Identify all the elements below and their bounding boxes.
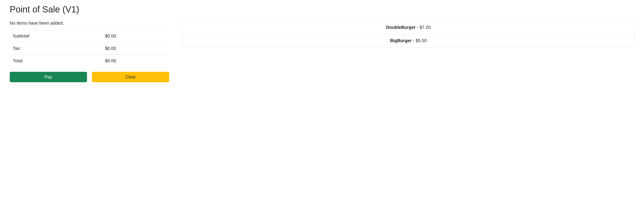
product-sep: - bbox=[412, 38, 416, 43]
clear-button[interactable]: Clear bbox=[92, 72, 169, 82]
product-name: BigBurger bbox=[390, 38, 412, 43]
cart-panel: No items have been added. Subtotal: $0.0… bbox=[10, 21, 169, 82]
product-price: $7.20 bbox=[420, 25, 431, 30]
product-price: $5.50 bbox=[416, 38, 427, 43]
tax-label: Tax: bbox=[10, 42, 102, 55]
subtotal-label: Subtotal: bbox=[10, 30, 102, 42]
empty-cart-message: No items have been added. bbox=[10, 21, 169, 26]
product-catalog: DoubleBurger - $7.20 BigBurger - $5.50 bbox=[182, 21, 634, 82]
subtotal-row: Subtotal: $0.00 bbox=[10, 30, 169, 42]
totals-table: Subtotal: $0.00 Tax: $0.00 Total: $0.00 bbox=[10, 30, 169, 67]
tax-value: $0.00 bbox=[102, 42, 169, 55]
page-title: Point of Sale (V1) bbox=[10, 5, 634, 15]
product-name: DoubleBurger bbox=[386, 25, 416, 30]
subtotal-value: $0.00 bbox=[102, 30, 169, 42]
tax-row: Tax: $0.00 bbox=[10, 42, 169, 55]
product-sep: - bbox=[416, 25, 420, 30]
total-label: Total: bbox=[10, 55, 102, 67]
product-item-doubleburger[interactable]: DoubleBurger - $7.20 bbox=[183, 21, 634, 34]
total-row: Total: $0.00 bbox=[10, 55, 169, 67]
total-value: $0.00 bbox=[102, 55, 169, 67]
pay-button[interactable]: Pay bbox=[10, 72, 87, 82]
product-item-bigburger[interactable]: BigBurger - $5.50 bbox=[183, 34, 634, 47]
